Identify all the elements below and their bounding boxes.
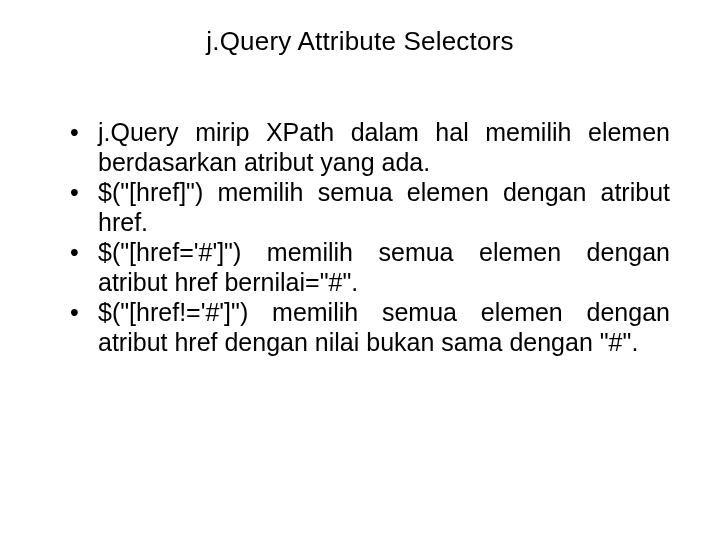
bullet-list: j.Query mirip XPath dalam hal memilih el… [50, 117, 670, 357]
list-item: $("[href='#']") memilih semua elemen den… [70, 237, 670, 297]
list-item: j.Query mirip XPath dalam hal memilih el… [70, 117, 670, 177]
list-item: $("[href]") memilih semua elemen dengan … [70, 177, 670, 237]
slide-container: j.Query Attribute Selectors j.Query miri… [0, 0, 720, 540]
slide-title: j.Query Attribute Selectors [50, 26, 670, 57]
list-item: $("[href!='#']") memilih semua elemen de… [70, 297, 670, 357]
